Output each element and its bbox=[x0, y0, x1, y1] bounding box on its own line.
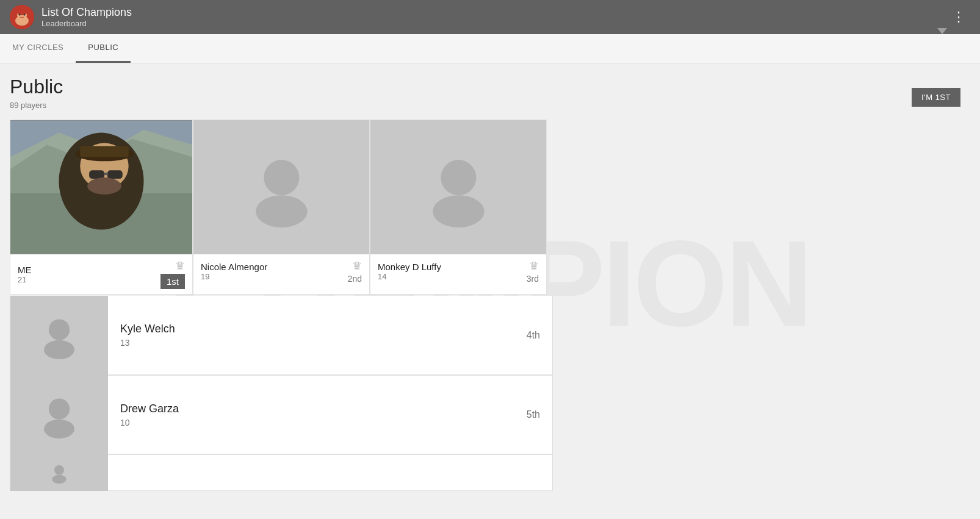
tab-my-circles[interactable]: MY CIRCLES bbox=[0, 34, 76, 63]
top-card-score-3: 14 bbox=[378, 272, 527, 281]
list-row-score-4: 13 bbox=[120, 338, 514, 348]
top-card-image-2 bbox=[193, 120, 369, 254]
list-row-4[interactable]: Kyle Welch 13 4th bbox=[10, 296, 553, 375]
svg-rect-15 bbox=[107, 170, 123, 179]
main-content: CHAMPION Public 89 players I'M 1ST bbox=[0, 63, 980, 503]
top-card-info-3: Monkey D Luffy 14 ♛ 3rd bbox=[370, 254, 546, 288]
page-title: Public bbox=[10, 76, 970, 98]
svg-rect-13 bbox=[80, 146, 128, 157]
svg-point-3 bbox=[16, 7, 27, 15]
top-card-image-3 bbox=[370, 120, 546, 254]
top-card-name-2: Nicole Almengor bbox=[201, 262, 348, 272]
svg-rect-16 bbox=[104, 173, 108, 175]
app-header: List Of Champions Leaderboard ⋮ bbox=[0, 0, 980, 34]
svg-point-22 bbox=[49, 319, 70, 340]
crown-icon-2: ♛ bbox=[352, 259, 362, 273]
svg-point-19 bbox=[256, 195, 307, 227]
list-row-avatar-6 bbox=[10, 454, 108, 491]
svg-point-5 bbox=[24, 14, 26, 16]
rank-label-3: 3rd bbox=[527, 274, 539, 284]
svg-point-20 bbox=[441, 160, 476, 195]
more-options-button[interactable]: ⋮ bbox=[947, 4, 970, 30]
content-inner: Public 89 players I'M 1ST bbox=[10, 76, 970, 491]
top-card-info-1: ME 21 ♛ 1st bbox=[10, 254, 192, 294]
player-count: 89 players bbox=[10, 101, 970, 110]
top-card-name-1: ME bbox=[18, 265, 160, 275]
svg-point-4 bbox=[19, 14, 21, 16]
top-card-score-1: 21 bbox=[18, 275, 160, 284]
app-title: List Of Champions bbox=[41, 6, 932, 20]
list-row-score-5: 10 bbox=[120, 418, 514, 428]
rank-label-2: 2nd bbox=[348, 274, 362, 284]
list-row-6[interactable] bbox=[10, 454, 553, 491]
svg-point-17 bbox=[87, 177, 121, 195]
avatar[interactable] bbox=[10, 5, 34, 29]
list-row-avatar-4 bbox=[10, 296, 108, 375]
svg-point-26 bbox=[54, 465, 64, 475]
list-row-info-5: Drew Garza 10 bbox=[108, 403, 527, 428]
tabs-bar: MY CIRCLES PUBLIC bbox=[0, 34, 980, 63]
svg-point-25 bbox=[44, 420, 74, 438]
svg-rect-14 bbox=[89, 170, 104, 179]
crown-icon-1: ♛ bbox=[175, 259, 185, 273]
top-card-1[interactable]: ME 21 ♛ 1st bbox=[10, 120, 193, 295]
svg-point-24 bbox=[49, 398, 70, 419]
crown-icon-3: ♛ bbox=[529, 259, 539, 273]
im-first-button[interactable]: I'M 1ST bbox=[912, 88, 960, 107]
top-card-name-3: Monkey D Luffy bbox=[378, 262, 527, 272]
list-row-info-6 bbox=[108, 471, 540, 474]
dropdown-arrow-icon bbox=[937, 28, 947, 34]
top-card-2[interactable]: Nicole Almengor 19 ♛ 2nd bbox=[193, 120, 370, 295]
list-row-info-4: Kyle Welch 13 bbox=[108, 323, 527, 348]
list-row-name-5: Drew Garza bbox=[120, 403, 514, 415]
rank-badge-1: 1st bbox=[160, 274, 185, 289]
list-row-5[interactable]: Drew Garza 10 5th bbox=[10, 375, 553, 454]
list-row-avatar-5 bbox=[10, 375, 108, 454]
svg-point-27 bbox=[52, 475, 66, 484]
list-row-name-4: Kyle Welch bbox=[120, 323, 514, 335]
top-card-score-2: 19 bbox=[201, 272, 348, 281]
svg-point-21 bbox=[433, 195, 484, 227]
svg-point-18 bbox=[264, 160, 299, 195]
list-rows: Kyle Welch 13 4th Drew Garza 10 5th bbox=[10, 296, 553, 491]
svg-point-23 bbox=[44, 340, 74, 359]
header-title-group: List Of Champions Leaderboard bbox=[41, 6, 932, 29]
top-card-3[interactable]: Monkey D Luffy 14 ♛ 3rd bbox=[370, 120, 547, 295]
list-row-rank-5: 5th bbox=[527, 409, 552, 420]
app-subtitle: Leaderboard bbox=[41, 19, 932, 28]
top-card-info-2: Nicole Almengor 19 ♛ 2nd bbox=[193, 254, 369, 288]
top3-grid: ME 21 ♛ 1st bbox=[10, 120, 553, 295]
list-row-rank-4: 4th bbox=[527, 330, 552, 341]
tab-public[interactable]: PUBLIC bbox=[76, 34, 131, 63]
top-card-image-1 bbox=[10, 120, 192, 254]
